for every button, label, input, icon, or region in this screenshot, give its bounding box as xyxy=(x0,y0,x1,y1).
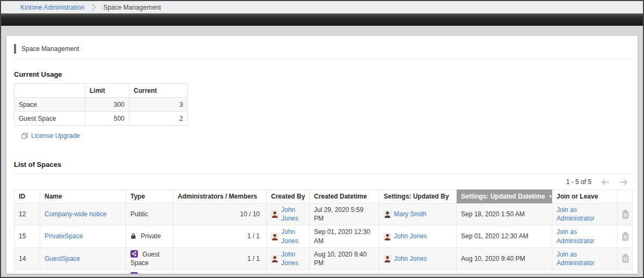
column-header-settings-updated-by[interactable]: Settings: Updated By xyxy=(379,190,457,203)
join-leave-link[interactable]: Join as Administrator xyxy=(557,251,595,267)
user-avatar xyxy=(271,210,279,218)
license-upgrade-link[interactable]: License Upgrade xyxy=(21,132,80,140)
delete-space-button[interactable] xyxy=(619,207,632,221)
user-avatar xyxy=(384,255,391,262)
column-header-name[interactable]: Name xyxy=(40,190,126,203)
created-datetime-cell: Jul 29, 2020 5:59 PM xyxy=(310,203,379,225)
updated-by-cell: Mary Smith xyxy=(379,203,457,225)
column-header-label: Join or Leave xyxy=(557,193,598,200)
usage-header-row: Limit Current xyxy=(14,84,188,98)
updated-by-cell: John Jones xyxy=(379,225,457,247)
chevron-right-icon xyxy=(91,3,96,11)
created-datetime: Sep 01, 2020 12:30 AM xyxy=(314,228,370,244)
breadcrumb: Kintone Administration Space Management xyxy=(1,1,643,13)
page-title-row: Space Management xyxy=(14,42,630,59)
usage-header-empty xyxy=(14,84,85,98)
column-header-created-by[interactable]: Created By xyxy=(267,190,310,203)
column-header-created-datetime[interactable]: Created Datetime xyxy=(310,190,379,203)
pagination-next-button[interactable] xyxy=(619,179,628,185)
updated-datetime: Aug 10, 2020 9:40 PM xyxy=(461,255,525,262)
column-header-type[interactable]: Type xyxy=(126,190,173,203)
space-id-cell: 13 xyxy=(14,270,40,274)
space-id-cell: 15 xyxy=(14,225,40,247)
created-by-link[interactable]: John Jones xyxy=(281,206,305,223)
updated-by-link[interactable]: John Jones xyxy=(394,232,427,240)
spaces-body: 12 Company-wide notice Public 10 / 10 Jo… xyxy=(14,203,633,274)
updated-by-link[interactable]: John Jones xyxy=(394,254,427,263)
user-avatar xyxy=(271,233,279,240)
license-upgrade-label: License Upgrade xyxy=(31,132,80,140)
created-datetime-cell: Jul 30, 2020 6:57 PM xyxy=(310,270,379,274)
space-id-cell: 12 xyxy=(14,203,40,225)
current-usage-heading: Current Usage xyxy=(14,70,630,78)
breadcrumb-root-link[interactable]: Kintone Administration xyxy=(20,4,84,11)
created-by-cell: John Jones xyxy=(267,270,310,274)
usage-header-limit: Limit xyxy=(85,84,129,98)
content-card: Space Management Current Usage Limit Cur… xyxy=(6,36,638,274)
space-name-link[interactable]: GuestSpace xyxy=(45,255,80,262)
pagination: 1 - 5 of 5 xyxy=(14,177,630,187)
created-datetime-cell: Aug 10, 2020 9:40 PM xyxy=(310,247,379,269)
column-header-label: Type xyxy=(130,193,145,200)
space-name-link[interactable]: Notification about AAA project xyxy=(45,273,121,274)
space-name-link[interactable]: PrivateSpace xyxy=(45,232,83,240)
column-header-administrators-members[interactable]: Administrators / Members xyxy=(173,190,267,203)
space-type-cell: Guest Space xyxy=(126,247,173,269)
created-by-link[interactable]: John Jones xyxy=(281,228,305,245)
guest-space-icon xyxy=(130,250,138,258)
join-leave-cell: Join as Administrator xyxy=(552,225,618,247)
members-count: 1 / 1 xyxy=(247,255,260,262)
created-by-link[interactable]: John Jones xyxy=(281,272,305,274)
members-cell: 1 / 1 xyxy=(173,247,267,269)
column-header-label: Created Datetime xyxy=(314,193,367,200)
space-name-cell: PrivateSpace xyxy=(40,225,126,247)
usage-row-guest-space: Guest Space 500 2 xyxy=(14,112,188,126)
usage-header-limit-label: Limit xyxy=(90,87,105,94)
usage-space-limit: 300 xyxy=(85,98,129,112)
sort-desc-icon: ▼ xyxy=(548,194,552,199)
pagination-prev-button[interactable] xyxy=(601,179,610,185)
created-by-link[interactable]: John Jones xyxy=(281,250,305,267)
space-type-cell: Guest Space xyxy=(126,270,173,274)
column-header-id[interactable]: ID xyxy=(14,190,40,203)
created-by-cell: John Jones xyxy=(267,247,310,269)
delete-cell xyxy=(618,270,633,274)
space-type-label: Public xyxy=(130,210,148,218)
updated-datetime-cell: Sep 18, 2020 1:50 AM xyxy=(457,203,552,225)
delete-space-button[interactable] xyxy=(619,230,632,244)
table-row: 12 Company-wide notice Public 10 / 10 Jo… xyxy=(14,203,633,225)
usage-header-current: Current xyxy=(129,84,188,98)
pagination-range-text: 1 - 5 of 5 xyxy=(566,178,591,186)
usage-header-current-label: Current xyxy=(134,87,157,94)
updated-datetime: Sep 01, 2020 12:30 AM xyxy=(461,232,528,240)
page-title: Space Management xyxy=(21,45,79,53)
members-count: 1 / 1 xyxy=(247,232,260,240)
created-datetime: Aug 10, 2020 9:40 PM xyxy=(314,251,367,267)
spaces-header-row: IDNameTypeAdministrators / MembersCreate… xyxy=(14,190,633,203)
column-header-settings-updated-datetime[interactable]: Settings: Updated Datetime▼ xyxy=(457,190,552,203)
space-type-cell: Public xyxy=(126,203,173,225)
usage-space-label: Space xyxy=(14,98,85,112)
join-leave-link[interactable]: Join as Administrator xyxy=(557,228,595,244)
delete-space-button[interactable] xyxy=(619,252,632,266)
updated-by-cell: John Jones xyxy=(379,270,457,274)
usage-space-current: 3 xyxy=(129,98,188,112)
column-header-join-or-leave[interactable]: Join or Leave xyxy=(552,190,618,203)
table-row: 15 PrivateSpace Private 1 / 1 John Jones… xyxy=(14,225,633,247)
admin-window: Kintone Administration Space Management … xyxy=(0,0,644,278)
user-avatar xyxy=(271,255,279,262)
join-leave-cell: Leave xyxy=(552,270,618,274)
created-datetime: Jul 29, 2020 5:59 PM xyxy=(314,206,363,222)
usage-guest-label: Guest Space xyxy=(14,112,85,126)
top-navigation-bar xyxy=(1,13,643,26)
join-leave-link[interactable]: Join as Administrator xyxy=(557,206,595,222)
space-name-cell: Company-wide notice xyxy=(40,203,126,225)
space-name-link[interactable]: Company-wide notice xyxy=(45,210,106,218)
updated-by-link[interactable]: Mary Smith xyxy=(394,210,427,218)
members-cell: 1 / 1 xyxy=(173,225,267,247)
column-header-delete xyxy=(618,190,633,203)
license-upgrade-icon xyxy=(21,133,28,139)
spaces-table: IDNameTypeAdministrators / MembersCreate… xyxy=(14,189,633,274)
breadcrumb-current: Space Management xyxy=(103,4,160,11)
current-usage-table: Limit Current Space 300 3 Guest Space 50… xyxy=(14,83,188,126)
